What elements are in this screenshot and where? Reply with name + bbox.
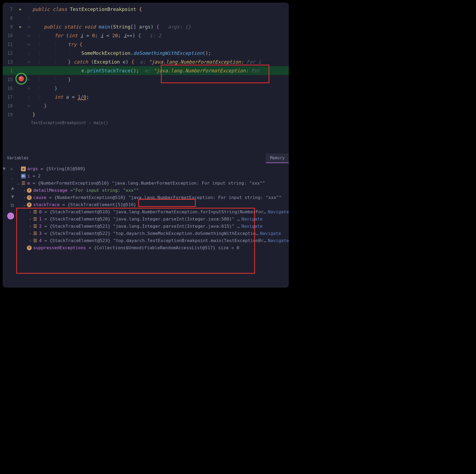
line-number: 9 bbox=[3, 24, 16, 30]
var-value: = {Collections$UnmodifiableRandomAccessL… bbox=[89, 245, 239, 250]
var-row-st2[interactable]: › ☰ 2 = {StackTraceElement@521} "java.la… bbox=[16, 223, 289, 230]
var-row-stackTrace[interactable]: ⌄ f stackTrace = {StackTraceElement[5]@5… bbox=[16, 201, 289, 208]
var-value: = {NumberFormatException@510} "java.lang… bbox=[49, 195, 281, 200]
expander-icon[interactable]: › bbox=[28, 239, 33, 243]
expander-icon[interactable]: › bbox=[28, 210, 33, 214]
kw-public: public bbox=[44, 24, 61, 30]
line-number: 10 bbox=[3, 33, 16, 38]
class-ref: SomeMockException bbox=[81, 50, 130, 56]
var-row-st4[interactable]: › ☰ 4 = {StackTraceElement@523} "top.day… bbox=[16, 237, 289, 244]
navigate-link[interactable]: Navigate bbox=[241, 224, 262, 229]
arrow-down-icon[interactable]: ▼ bbox=[11, 194, 14, 199]
expander-icon[interactable]: › bbox=[22, 189, 27, 192]
array-badge-icon: ☰ bbox=[33, 238, 37, 243]
fold-marker[interactable]: ⊟ bbox=[25, 34, 32, 38]
copy-icon[interactable]: ⧉ bbox=[11, 202, 14, 208]
var-value: = {StackTraceElement@521} "java.lang.Int… bbox=[44, 224, 240, 229]
add-icon[interactable]: ＋ bbox=[9, 166, 14, 172]
code-line[interactable]: 9 ▶ ⊟ public static void main(String[] a… bbox=[3, 22, 289, 31]
var-name: 1 bbox=[39, 217, 42, 222]
breakpoint-icon bbox=[19, 76, 24, 81]
var-name: cause bbox=[33, 195, 47, 200]
var-row-st0[interactable]: › ☰ 0 = {StackTraceElement@519} "java.la… bbox=[16, 208, 289, 215]
tab-memory[interactable]: Memory bbox=[266, 153, 289, 163]
fold-marker[interactable]: ⊟ bbox=[25, 42, 32, 47]
code-line[interactable]: 10 ⊟ 〉 for (int i = 0; i < 20; i++) { i:… bbox=[3, 31, 289, 40]
var-row-args[interactable]: p args = {String[0]@509} bbox=[16, 165, 289, 172]
field-badge-icon: f bbox=[27, 188, 32, 193]
navigate-link[interactable]: Navigate bbox=[260, 231, 281, 236]
watch-icon[interactable]: 👓 bbox=[7, 213, 14, 219]
filter-icon[interactable]: ▼ bbox=[3, 166, 6, 172]
var-row-e[interactable]: ⌄ ☰ e = {NumberFormatException@510} "jav… bbox=[16, 180, 289, 187]
code-line[interactable]: 18 ⊡ } bbox=[3, 101, 289, 110]
kw-int: int bbox=[69, 33, 78, 38]
navigate-link[interactable]: Navigate bbox=[268, 209, 289, 214]
inline-hint: i: 2 bbox=[150, 33, 161, 38]
code-line[interactable]: 12 | 〉 〉 〉 SomeMockException.doSomething… bbox=[3, 49, 289, 57]
code-editor[interactable]: 7 ▶ public class TestExceptionBreakpoint… bbox=[3, 3, 289, 127]
expander-icon[interactable]: ⌄ bbox=[16, 181, 21, 185]
var-row-detailMessage[interactable]: › f detailMessage = "For input string: "… bbox=[16, 187, 289, 194]
field-badge-icon: f bbox=[27, 202, 32, 207]
fold-marker[interactable]: ⊟ bbox=[25, 60, 32, 64]
code-line[interactable]: 15 ⊡ 〉 〉 } bbox=[3, 75, 289, 84]
var-i: i bbox=[101, 33, 104, 38]
chevron-right-icon: › bbox=[89, 120, 91, 125]
var-value: = {String[0]@509} bbox=[41, 166, 86, 171]
var-value: "For input string: "xxx"" bbox=[73, 188, 139, 193]
panel-divider[interactable] bbox=[3, 127, 289, 153]
breadcrumb-method[interactable]: main() bbox=[94, 120, 108, 125]
param-args: args bbox=[139, 24, 151, 30]
var-name: stackTrace bbox=[33, 202, 60, 207]
expander-icon[interactable]: ⌄ bbox=[22, 203, 27, 207]
code-line[interactable]: 16 ⊡ 〉 } bbox=[3, 84, 289, 93]
fold-marker[interactable]: ⊡ bbox=[25, 104, 32, 108]
kw-class: class bbox=[53, 6, 67, 12]
code-line[interactable]: 17 | 〉 int a = 1/0; bbox=[3, 93, 289, 101]
fold-marker[interactable]: ⊡ bbox=[25, 86, 32, 90]
var-row-cause[interactable]: › f cause = {NumberFormatException@510} … bbox=[16, 194, 289, 201]
run-icon[interactable]: ▶ bbox=[19, 7, 22, 11]
code-line[interactable]: 19 } bbox=[3, 110, 289, 119]
line-number: 12 bbox=[3, 51, 16, 56]
expander-icon[interactable]: › bbox=[22, 196, 27, 199]
navigate-link[interactable]: Navigate bbox=[241, 217, 262, 222]
kw-static: static bbox=[64, 24, 81, 30]
run-icon[interactable]: ▶ bbox=[19, 25, 22, 29]
code-line-current[interactable]: 1 〉 〉 〉 e.printStackTrace(); e: "java.la… bbox=[3, 66, 289, 75]
inline-hint-suffix: For i bbox=[247, 59, 261, 65]
array-badge-icon: ☰ bbox=[33, 231, 37, 236]
line-number: 18 bbox=[3, 103, 16, 109]
var-name: suppressedExceptions bbox=[33, 245, 86, 250]
inline-hint-value: "java.lang.NumberFormatException: bbox=[153, 68, 249, 73]
expander-icon[interactable]: › bbox=[28, 232, 33, 235]
var-row-st3[interactable]: › ☰ 3 = {StackTraceElement@522} "top.day… bbox=[16, 230, 289, 237]
kw-public: public bbox=[32, 6, 50, 12]
breadcrumb-file[interactable]: TestExceptionBreakpoint bbox=[31, 120, 86, 125]
var-value: = {StackTraceElement[5]@516} bbox=[62, 202, 136, 207]
var-row-i[interactable]: 01 i = 2 bbox=[16, 172, 289, 180]
code-line[interactable]: 8 | bbox=[3, 14, 289, 22]
var-row-suppressed[interactable]: f suppressedExceptions = {Collections$Un… bbox=[16, 244, 289, 251]
navigate-link[interactable]: Navigate bbox=[268, 238, 289, 243]
breadcrumb[interactable]: TestExceptionBreakpoint › main() bbox=[3, 119, 289, 127]
variables-tree[interactable]: p args = {String[0]@509} 01 i = 2 ⌄ ☰ e … bbox=[16, 163, 289, 288]
num-literal: 1 bbox=[78, 94, 81, 100]
code-line[interactable]: 7 ▶ public class TestExceptionBreakpoint… bbox=[3, 5, 289, 14]
code-line[interactable]: 11 ⊟ 〉 〉 try { bbox=[3, 40, 289, 49]
fold-marker[interactable]: ⊟ bbox=[25, 25, 32, 29]
code-line[interactable]: 13 ⊟ 〉 〉 } catch (Exception e) { e: "jav… bbox=[3, 57, 289, 66]
expander-icon[interactable]: › bbox=[28, 224, 33, 228]
var-value: = {NumberFormatException@510} "java.lang… bbox=[33, 181, 265, 186]
method-call: printStackTrace bbox=[87, 68, 131, 73]
var-row-st1[interactable]: › ☰ 1 = {StackTraceElement@520} "java.la… bbox=[16, 215, 289, 223]
arrow-up-icon[interactable]: ▲ bbox=[11, 185, 14, 190]
tab-variables[interactable]: Variables bbox=[3, 153, 33, 163]
expander-icon[interactable]: › bbox=[28, 217, 33, 221]
debug-panel: Variables Memory ▼ ＋ － ▲ ▼ ⧉ 👓 p args bbox=[3, 153, 289, 288]
primitive-badge-icon: 01 bbox=[21, 174, 26, 178]
minus-icon[interactable]: － bbox=[9, 175, 14, 182]
line-number: 15 bbox=[3, 77, 16, 82]
breakpoint-marker[interactable] bbox=[15, 73, 27, 85]
